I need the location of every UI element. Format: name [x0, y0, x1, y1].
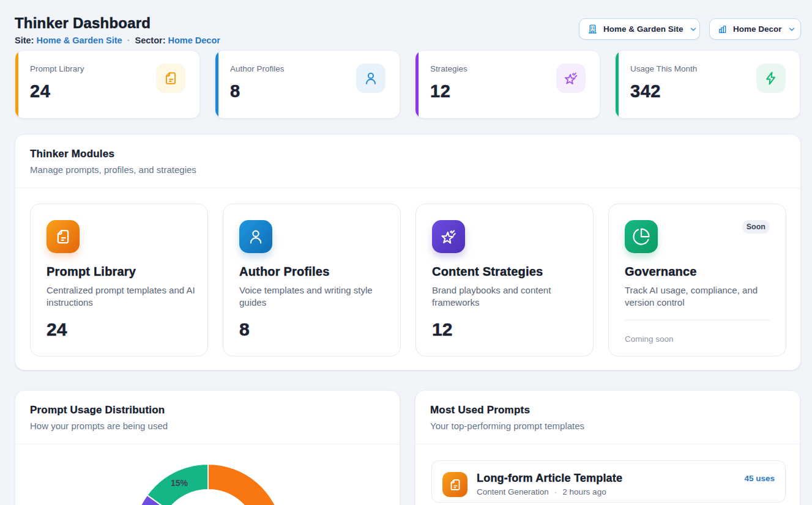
- svg-text:15%: 15%: [171, 478, 188, 488]
